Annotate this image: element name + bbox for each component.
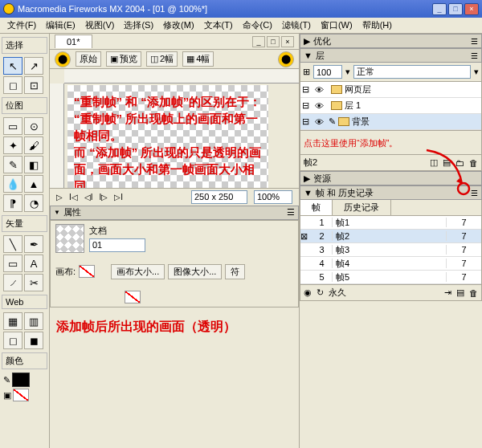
delete-frame-icon[interactable]: 🗑: [469, 288, 478, 298]
opacity-field[interactable]: [313, 65, 342, 79]
menu-view[interactable]: 视图(V): [81, 18, 119, 33]
tab-frames[interactable]: 帧: [300, 200, 333, 215]
optimize-label: 优化: [313, 35, 331, 47]
text-tool[interactable]: A: [24, 255, 43, 272]
first-frame-button[interactable]: I◁: [69, 193, 78, 202]
canvas-size-button[interactable]: 画布大小...: [111, 264, 165, 279]
original-view-tab[interactable]: 原始: [76, 51, 101, 67]
menu-text[interactable]: 文本(T): [200, 18, 237, 33]
rect-tool[interactable]: ▭: [3, 255, 22, 272]
frame-row[interactable]: 4帧47: [300, 257, 481, 271]
fit-button[interactable]: 符: [225, 264, 245, 279]
expand-icon[interactable]: ⊞: [303, 67, 310, 77]
gif-swatch[interactable]: [125, 291, 141, 303]
lasso-tool[interactable]: ⊙: [24, 117, 43, 135]
menu-window[interactable]: 窗口(W): [317, 18, 357, 33]
prev-frame-button[interactable]: ◁I: [84, 193, 93, 202]
pen-tool[interactable]: ✒: [24, 235, 43, 253]
image-size-button[interactable]: 图像大小...: [168, 264, 222, 279]
tab-history[interactable]: 历史记录: [333, 200, 391, 215]
right-panels: ▶优化☰ ▼层☰ ⊞ ▾ ▾ ⊟👁网页层 ⊟👁层 1 ⊟👁✎背景 点击这里使用“…: [299, 34, 482, 448]
menu-select[interactable]: 选择(S): [120, 18, 157, 33]
options-icon[interactable]: ☰: [471, 37, 478, 46]
eraser-tool[interactable]: ◧: [24, 156, 43, 173]
document-tabs: 01* _ □ ×: [50, 34, 299, 50]
dist-icon[interactable]: ⇥: [444, 287, 451, 298]
hide-slice-tool[interactable]: ◻: [3, 332, 22, 349]
frame-row[interactable]: ⊠2帧27: [300, 230, 481, 243]
play-button[interactable]: ▷: [56, 193, 63, 202]
bucket-tool[interactable]: ◔: [24, 194, 43, 212]
doc-close-button[interactable]: ×: [281, 36, 294, 47]
frame-row[interactable]: 5帧57: [300, 271, 481, 284]
maximize-button[interactable]: □: [448, 3, 463, 15]
pencil-icon: ✎: [329, 116, 336, 127]
menu-modify[interactable]: 修改(M): [159, 18, 198, 33]
properties-header[interactable]: ▼属性☰: [50, 206, 299, 220]
doc-thumb: [55, 224, 84, 253]
canvas[interactable]: “重制帧” 和 “添加帧”的区别在于： “重制帧” 所出现帧上的画面和第一帧相同…: [67, 85, 268, 188]
blur-tool[interactable]: 💧: [3, 175, 22, 193]
dim-field[interactable]: [191, 190, 247, 204]
crop-tool[interactable]: ◻: [3, 76, 22, 94]
doc-tab[interactable]: 01*: [55, 35, 92, 48]
pencil-tool[interactable]: ✎: [3, 156, 22, 173]
trash-icon[interactable]: 🗑: [469, 158, 478, 168]
doc-name-field[interactable]: [89, 238, 145, 252]
opacity-dd[interactable]: ▾: [345, 67, 350, 77]
knife-tool[interactable]: ✂: [24, 274, 43, 291]
original-icon[interactable]: ⬤: [55, 51, 71, 67]
eye-icon[interactable]: 👁: [312, 85, 326, 95]
canvas-color-swatch[interactable]: [79, 265, 95, 278]
blend-field[interactable]: [353, 65, 471, 79]
layer-row[interactable]: ⊟👁层 1: [300, 98, 481, 114]
loop-icon[interactable]: ↻: [317, 287, 324, 298]
layer-row[interactable]: ⊟👁✎背景: [300, 114, 481, 130]
menu-help[interactable]: 帮助(H): [358, 18, 396, 33]
new-frame-icon[interactable]: ▤: [456, 287, 464, 298]
marquee-tool[interactable]: ▭: [3, 117, 22, 135]
brush-tool[interactable]: 🖌: [24, 136, 43, 154]
slice-tool[interactable]: ▦: [3, 312, 22, 330]
doc-min-button[interactable]: _: [252, 36, 265, 47]
menu-commands[interactable]: 命令(C): [239, 18, 276, 33]
freeform-tool[interactable]: ⟋: [3, 274, 22, 291]
close-button[interactable]: ×: [464, 3, 479, 15]
frame-row[interactable]: 3帧37: [300, 243, 481, 257]
tool-section-color: 颜色: [2, 352, 47, 369]
subselect-tool[interactable]: ↗: [24, 57, 43, 75]
minimize-button[interactable]: _: [432, 3, 447, 15]
blend-dd[interactable]: ▾: [474, 67, 479, 77]
onion-toggle-icon[interactable]: ◉: [304, 287, 312, 298]
stroke-swatch[interactable]: [12, 373, 30, 387]
wand-tool[interactable]: ✦: [3, 136, 22, 154]
stamp-tool[interactable]: ▲: [24, 175, 43, 193]
eye-icon[interactable]: 👁: [312, 117, 326, 127]
frame-row[interactable]: 1帧17: [300, 216, 481, 230]
line-tool[interactable]: ╲: [3, 235, 22, 253]
options-icon[interactable]: ☰: [287, 207, 295, 218]
two-up-tab[interactable]: ◫ 2幅: [146, 51, 178, 67]
hotspot-tool[interactable]: ▥: [24, 312, 43, 330]
options-icon[interactable]: ☰: [471, 189, 478, 198]
layers-header[interactable]: ▼层☰: [300, 48, 482, 63]
next-frame-button[interactable]: I▷: [100, 193, 108, 202]
menu-filters[interactable]: 滤镜(T): [278, 18, 315, 33]
eye-icon[interactable]: 👁: [312, 101, 326, 111]
pointer-tool[interactable]: ↖: [3, 57, 22, 75]
menu-edit[interactable]: 编辑(E): [42, 18, 80, 33]
zoom-tool[interactable]: ⊡: [24, 76, 43, 94]
optimize-header[interactable]: ▶优化☰: [300, 34, 482, 48]
menu-file[interactable]: 文件(F): [3, 18, 40, 33]
fill-swatch[interactable]: [13, 389, 29, 401]
export-icon[interactable]: ⬤: [278, 51, 294, 67]
last-frame-button[interactable]: ▷I: [114, 193, 123, 202]
doc-max-button[interactable]: □: [267, 36, 280, 47]
eyedrop-tool[interactable]: ⁋: [3, 194, 22, 212]
layer-row[interactable]: ⊟👁网页层: [300, 82, 481, 98]
options-icon[interactable]: ☰: [471, 51, 478, 60]
show-slice-tool[interactable]: ◼: [24, 332, 43, 349]
four-up-tab[interactable]: ▦ 4幅: [182, 51, 214, 67]
preview-view-tab[interactable]: ▣ 预览: [106, 51, 141, 67]
zoom-field[interactable]: [254, 190, 292, 204]
